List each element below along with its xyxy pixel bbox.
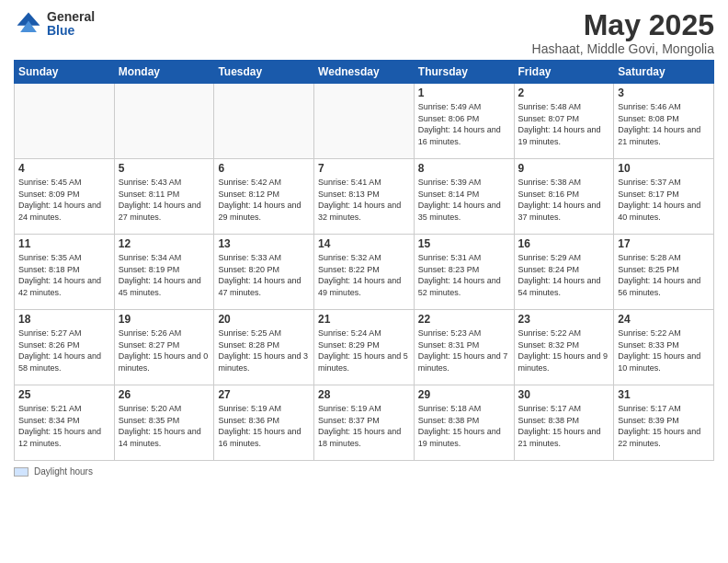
col-thursday: Thursday xyxy=(414,61,514,84)
day-number: 13 xyxy=(218,237,310,250)
logo: General Blue xyxy=(14,9,95,39)
calendar-cell: 30Sunrise: 5:17 AM Sunset: 8:38 PM Dayli… xyxy=(514,385,614,461)
day-info: Sunrise: 5:37 AM Sunset: 8:17 PM Dayligh… xyxy=(618,177,710,223)
col-tuesday: Tuesday xyxy=(214,61,314,84)
calendar-cell: 28Sunrise: 5:19 AM Sunset: 8:37 PM Dayli… xyxy=(314,385,415,461)
day-number: 18 xyxy=(18,313,110,326)
day-info: Sunrise: 5:48 AM Sunset: 8:07 PM Dayligh… xyxy=(518,101,610,147)
calendar-cell: 7Sunrise: 5:41 AM Sunset: 8:13 PM Daylig… xyxy=(314,159,415,235)
week-row-4: 18Sunrise: 5:27 AM Sunset: 8:26 PM Dayli… xyxy=(15,310,714,385)
header-row: Sunday Monday Tuesday Wednesday Thursday… xyxy=(15,61,714,84)
day-number: 23 xyxy=(518,313,610,326)
calendar-cell: 20Sunrise: 5:25 AM Sunset: 8:28 PM Dayli… xyxy=(214,310,314,385)
day-info: Sunrise: 5:34 AM Sunset: 8:19 PM Dayligh… xyxy=(119,252,210,298)
daylight-legend-label: Daylight hours xyxy=(34,466,93,477)
calendar-cell xyxy=(15,84,115,159)
calendar-cell: 10Sunrise: 5:37 AM Sunset: 8:17 PM Dayli… xyxy=(614,159,714,235)
day-info: Sunrise: 5:17 AM Sunset: 8:38 PM Dayligh… xyxy=(518,403,610,449)
calendar-cell: 27Sunrise: 5:19 AM Sunset: 8:36 PM Dayli… xyxy=(214,385,314,461)
logo-icon xyxy=(14,9,43,39)
day-info: Sunrise: 5:19 AM Sunset: 8:36 PM Dayligh… xyxy=(218,403,310,449)
day-number: 14 xyxy=(318,237,410,250)
daylight-legend-box xyxy=(14,467,28,477)
day-info: Sunrise: 5:42 AM Sunset: 8:12 PM Dayligh… xyxy=(218,177,310,223)
day-number: 9 xyxy=(518,162,610,175)
day-number: 26 xyxy=(119,388,210,401)
day-number: 10 xyxy=(618,162,710,175)
day-info: Sunrise: 5:24 AM Sunset: 8:29 PM Dayligh… xyxy=(318,327,410,373)
day-info: Sunrise: 5:19 AM Sunset: 8:37 PM Dayligh… xyxy=(318,403,410,449)
col-monday: Monday xyxy=(114,61,214,84)
calendar-cell: 8Sunrise: 5:39 AM Sunset: 8:14 PM Daylig… xyxy=(414,159,514,235)
calendar-cell: 5Sunrise: 5:43 AM Sunset: 8:11 PM Daylig… xyxy=(114,159,214,235)
main-title: May 2025 xyxy=(532,9,714,41)
calendar-cell xyxy=(114,84,214,159)
day-info: Sunrise: 5:25 AM Sunset: 8:28 PM Dayligh… xyxy=(218,327,310,373)
calendar-cell: 24Sunrise: 5:22 AM Sunset: 8:33 PM Dayli… xyxy=(614,310,714,385)
day-number: 16 xyxy=(518,237,610,250)
week-row-3: 11Sunrise: 5:35 AM Sunset: 8:18 PM Dayli… xyxy=(15,235,714,310)
week-row-5: 25Sunrise: 5:21 AM Sunset: 8:34 PM Dayli… xyxy=(15,385,714,461)
logo-text: General Blue xyxy=(47,10,95,39)
day-info: Sunrise: 5:26 AM Sunset: 8:27 PM Dayligh… xyxy=(119,327,210,373)
day-number: 20 xyxy=(218,313,310,326)
day-number: 24 xyxy=(618,313,710,326)
calendar-cell: 18Sunrise: 5:27 AM Sunset: 8:26 PM Dayli… xyxy=(15,310,115,385)
calendar-cell: 11Sunrise: 5:35 AM Sunset: 8:18 PM Dayli… xyxy=(15,235,115,310)
calendar-cell: 25Sunrise: 5:21 AM Sunset: 8:34 PM Dayli… xyxy=(15,385,115,461)
day-info: Sunrise: 5:29 AM Sunset: 8:24 PM Dayligh… xyxy=(518,252,610,298)
day-info: Sunrise: 5:22 AM Sunset: 8:33 PM Dayligh… xyxy=(618,327,710,373)
day-number: 22 xyxy=(418,313,510,326)
day-info: Sunrise: 5:21 AM Sunset: 8:34 PM Dayligh… xyxy=(18,403,110,449)
day-number: 15 xyxy=(418,237,510,250)
calendar-cell: 21Sunrise: 5:24 AM Sunset: 8:29 PM Dayli… xyxy=(314,310,415,385)
day-info: Sunrise: 5:17 AM Sunset: 8:39 PM Dayligh… xyxy=(618,403,710,449)
col-sunday: Sunday xyxy=(15,61,115,84)
day-info: Sunrise: 5:49 AM Sunset: 8:06 PM Dayligh… xyxy=(418,101,510,147)
page: General Blue May 2025 Hashaat, Middle Go… xyxy=(0,0,728,563)
calendar-body: 1Sunrise: 5:49 AM Sunset: 8:06 PM Daylig… xyxy=(15,84,714,461)
day-number: 31 xyxy=(618,388,710,401)
day-info: Sunrise: 5:39 AM Sunset: 8:14 PM Dayligh… xyxy=(418,177,510,223)
day-info: Sunrise: 5:45 AM Sunset: 8:09 PM Dayligh… xyxy=(18,177,110,223)
day-info: Sunrise: 5:32 AM Sunset: 8:22 PM Dayligh… xyxy=(318,252,410,298)
col-saturday: Saturday xyxy=(614,61,714,84)
header: General Blue May 2025 Hashaat, Middle Go… xyxy=(14,9,714,56)
day-info: Sunrise: 5:35 AM Sunset: 8:18 PM Dayligh… xyxy=(18,252,110,298)
calendar-cell: 17Sunrise: 5:28 AM Sunset: 8:25 PM Dayli… xyxy=(614,235,714,310)
calendar-cell: 3Sunrise: 5:46 AM Sunset: 8:08 PM Daylig… xyxy=(614,84,714,159)
calendar-cell: 22Sunrise: 5:23 AM Sunset: 8:31 PM Dayli… xyxy=(414,310,514,385)
calendar-cell: 29Sunrise: 5:18 AM Sunset: 8:38 PM Dayli… xyxy=(414,385,514,461)
day-number: 28 xyxy=(318,388,410,401)
calendar-cell: 13Sunrise: 5:33 AM Sunset: 8:20 PM Dayli… xyxy=(214,235,314,310)
day-number: 12 xyxy=(119,237,210,250)
day-number: 11 xyxy=(18,237,110,250)
calendar-cell: 15Sunrise: 5:31 AM Sunset: 8:23 PM Dayli… xyxy=(414,235,514,310)
day-number: 3 xyxy=(618,86,710,99)
calendar-cell: 12Sunrise: 5:34 AM Sunset: 8:19 PM Dayli… xyxy=(114,235,214,310)
day-number: 30 xyxy=(518,388,610,401)
week-row-2: 4Sunrise: 5:45 AM Sunset: 8:09 PM Daylig… xyxy=(15,159,714,235)
calendar-cell: 6Sunrise: 5:42 AM Sunset: 8:12 PM Daylig… xyxy=(214,159,314,235)
calendar-cell: 14Sunrise: 5:32 AM Sunset: 8:22 PM Dayli… xyxy=(314,235,415,310)
day-info: Sunrise: 5:23 AM Sunset: 8:31 PM Dayligh… xyxy=(418,327,510,373)
day-number: 7 xyxy=(318,162,410,175)
calendar-cell: 1Sunrise: 5:49 AM Sunset: 8:06 PM Daylig… xyxy=(414,84,514,159)
calendar-table: Sunday Monday Tuesday Wednesday Thursday… xyxy=(14,60,714,461)
day-info: Sunrise: 5:31 AM Sunset: 8:23 PM Dayligh… xyxy=(418,252,510,298)
day-info: Sunrise: 5:38 AM Sunset: 8:16 PM Dayligh… xyxy=(518,177,610,223)
calendar-cell xyxy=(214,84,314,159)
day-number: 27 xyxy=(218,388,310,401)
calendar-cell: 16Sunrise: 5:29 AM Sunset: 8:24 PM Dayli… xyxy=(514,235,614,310)
logo-general: General xyxy=(47,10,95,24)
day-number: 21 xyxy=(318,313,410,326)
title-block: May 2025 Hashaat, Middle Govi, Mongolia xyxy=(532,9,714,56)
calendar-cell: 2Sunrise: 5:48 AM Sunset: 8:07 PM Daylig… xyxy=(514,84,614,159)
day-number: 8 xyxy=(418,162,510,175)
calendar-cell: 4Sunrise: 5:45 AM Sunset: 8:09 PM Daylig… xyxy=(15,159,115,235)
col-wednesday: Wednesday xyxy=(314,61,415,84)
day-number: 4 xyxy=(18,162,110,175)
day-info: Sunrise: 5:27 AM Sunset: 8:26 PM Dayligh… xyxy=(18,327,110,373)
day-info: Sunrise: 5:18 AM Sunset: 8:38 PM Dayligh… xyxy=(418,403,510,449)
col-friday: Friday xyxy=(514,61,614,84)
